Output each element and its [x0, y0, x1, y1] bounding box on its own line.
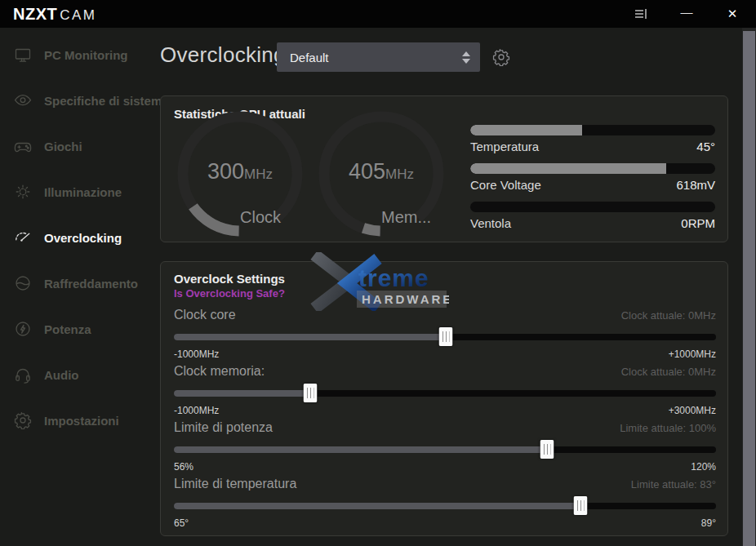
- gpu-clock-gauge-label: Clock: [240, 208, 281, 227]
- slider-thumb[interactable]: [574, 496, 588, 515]
- gpu-clock-value: 300MHz: [207, 159, 273, 184]
- vertical-scrollbar: [742, 28, 756, 546]
- sidebar-item-label: Giochi: [44, 140, 82, 153]
- limite-temperatura-slider[interactable]: [174, 495, 716, 517]
- gpu-memory-gauge-label: Mem...: [381, 208, 431, 227]
- slider-thumb[interactable]: [439, 327, 453, 346]
- sidebar: PC Monitoring Specifiche di sistema Gioc…: [0, 28, 147, 546]
- sidebar-item-label: PC Monitoring: [44, 48, 127, 62]
- sidebar-item-giochi[interactable]: Giochi: [0, 128, 147, 164]
- collapse-menu-icon[interactable]: [630, 3, 651, 24]
- sidebar-item-label: Potenza: [44, 322, 91, 336]
- sidebar-item-label: Audio: [44, 368, 79, 382]
- sidebar-item-label: Specifiche di sistema: [44, 94, 169, 108]
- select-arrows-icon: [462, 51, 470, 64]
- limite-temperatura-min: 65°: [174, 517, 189, 529]
- limite-temperatura-current: Limite attuale: 83°: [631, 478, 716, 491]
- overclock-settings-card: Overclock Settings Is Overclocking Safe?…: [160, 261, 728, 536]
- brand-nzxt: NZXT: [13, 5, 57, 24]
- page-title: Overclocking: [160, 42, 286, 68]
- window-controls: — ✕: [630, 3, 743, 24]
- is-overclocking-safe-link[interactable]: Is Overclocking Safe?: [174, 287, 285, 300]
- sidebar-item-illuminazione[interactable]: Illuminazione: [0, 174, 147, 210]
- sidebar-item-label: Illuminazione: [44, 185, 122, 199]
- close-button[interactable]: ✕: [722, 3, 743, 24]
- sidebar-item-label: Raffreddamento: [44, 277, 138, 291]
- core-voltage-bar-track: [470, 163, 715, 174]
- sidebar-item-label: Impostazioni: [44, 414, 119, 428]
- clock-core-min: -1000MHz: [174, 348, 219, 360]
- gpu-memory-value: 405MHz: [349, 159, 414, 184]
- slider-thumb[interactable]: [304, 384, 318, 402]
- sidebar-item-pc-monitoring[interactable]: PC Monitoring: [0, 37, 147, 73]
- clock-core-current: Clock attuale: 0MHz: [621, 309, 716, 322]
- speedometer-icon: [13, 228, 33, 247]
- clock-core-max: +1000MHz: [669, 348, 716, 360]
- title-bar: NZXT CAM — ✕: [0, 0, 756, 28]
- core-voltage-bar-fill: [470, 163, 666, 174]
- core-voltage-value: 618mV: [676, 178, 715, 192]
- clock-memoria-slider[interactable]: [174, 383, 716, 404]
- sidebar-item-audio[interactable]: Audio: [0, 357, 147, 393]
- monitor-icon: [13, 45, 33, 64]
- sidebar-item-overclocking[interactable]: Overclocking: [0, 220, 147, 255]
- temperature-value: 45°: [696, 140, 715, 153]
- gpu-memory-gauge: 405MHz Mem...: [318, 110, 445, 237]
- slider-group-clock-core: Clock core Clock attuale: 0MHz -1000MHz …: [174, 308, 716, 360]
- watermark-treme-text: treme: [358, 264, 429, 291]
- sidebar-item-raffreddamento[interactable]: Raffreddamento: [0, 265, 147, 301]
- fan-value: 0RPM: [681, 216, 715, 230]
- cooling-icon: [13, 273, 33, 293]
- eye-icon: [13, 91, 33, 110]
- profile-select-value: Default: [290, 51, 462, 64]
- slider-thumb[interactable]: [540, 440, 554, 459]
- stat-row-core-voltage: Core Voltage 618mV: [470, 163, 715, 192]
- limite-temperatura-label: Limite di temperatura: [174, 477, 296, 491]
- limite-potenza-label: Limite di potenza: [174, 420, 273, 435]
- sidebar-item-potenza[interactable]: Potenza: [0, 311, 147, 347]
- limite-potenza-current: Limite attuale: 100%: [620, 422, 716, 434]
- slider-group-limite-potenza: Limite di potenza Limite attuale: 100% 5…: [174, 420, 716, 473]
- overclock-settings-title: Overclock Settings: [174, 272, 285, 286]
- gamepad-icon: [13, 136, 33, 156]
- limite-potenza-slider[interactable]: [174, 439, 716, 460]
- stat-row-temperature: Temperatura 45°: [470, 125, 715, 153]
- limite-temperatura-max: 89°: [701, 517, 716, 529]
- slider-fill: [174, 390, 310, 397]
- brand-cam: CAM: [60, 7, 96, 24]
- limite-potenza-max: 120%: [691, 461, 716, 473]
- fan-label: Ventola: [470, 216, 511, 230]
- headset-icon: [13, 365, 33, 384]
- slider-fill: [174, 503, 580, 509]
- temperature-bar-fill: [470, 125, 582, 135]
- profile-select[interactable]: Default: [277, 42, 480, 72]
- gpu-clock-gauge: 300MHz Clock: [176, 110, 304, 237]
- sidebar-item-label: Overclocking: [44, 231, 122, 245]
- clock-core-label: Clock core: [174, 308, 236, 322]
- app-logo: NZXT CAM: [13, 5, 97, 24]
- clock-memoria-current: Clock attuale: 0MHz: [621, 366, 716, 378]
- watermark-hardware-text: HARDWARE: [362, 292, 449, 306]
- minimize-button[interactable]: —: [676, 3, 697, 24]
- slider-fill: [174, 334, 446, 340]
- temperature-label: Temperatura: [470, 140, 539, 153]
- fan-bar-track: [470, 202, 715, 212]
- clock-memoria-label: Clock memoria:: [174, 364, 265, 379]
- slider-fill: [174, 446, 547, 453]
- limite-potenza-min: 56%: [174, 461, 193, 473]
- gear-icon: [13, 411, 33, 430]
- power-bolt-icon: [13, 319, 33, 339]
- xtreme-hardware-watermark: treme HARDWARE: [306, 252, 449, 311]
- scrollbar-thumb[interactable]: [743, 31, 755, 546]
- sidebar-item-specifiche-di-sistema[interactable]: Specifiche di sistema: [0, 82, 147, 118]
- sidebar-item-impostazioni[interactable]: Impostazioni: [0, 402, 147, 438]
- clock-core-slider[interactable]: [174, 326, 716, 348]
- profile-settings-gear-icon[interactable]: [492, 48, 510, 66]
- core-voltage-label: Core Voltage: [470, 178, 541, 192]
- stat-row-fan: Ventola 0RPM: [470, 202, 715, 230]
- slider-group-clock-memoria: Clock memoria: Clock attuale: 0MHz -1000…: [174, 364, 716, 416]
- clock-memoria-max: +3000MHz: [669, 405, 716, 416]
- slider-group-limite-temperatura: Limite di temperatura Limite attuale: 83…: [174, 477, 716, 529]
- temperature-bar-track: [470, 125, 715, 135]
- clock-memoria-min: -1000MHz: [174, 405, 219, 416]
